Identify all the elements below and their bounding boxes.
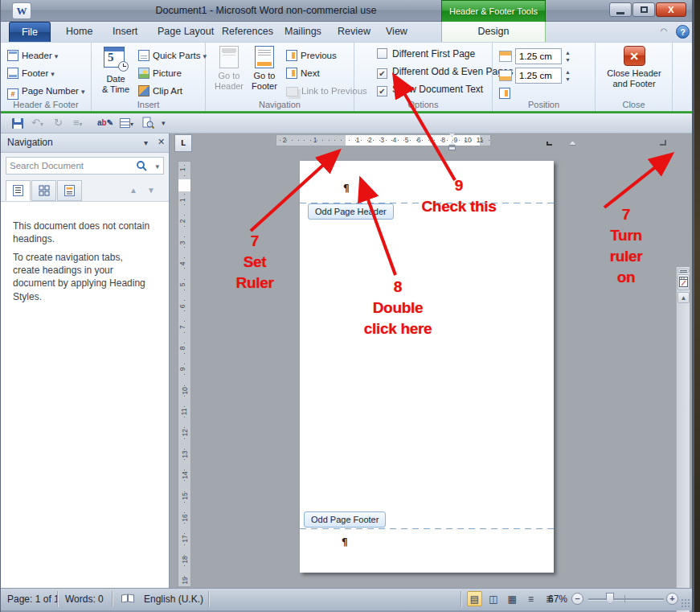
navigation-pane: Navigation ▾ ✕ ▾	[1, 133, 170, 588]
document-page[interactable]: ¶ Odd Page Header Odd Page Footer ¶	[300, 161, 554, 573]
next-button[interactable]: Next	[286, 65, 320, 81]
odd-page-footer-tab[interactable]: Odd Page Footer	[304, 511, 386, 528]
group-label: Close	[596, 100, 672, 109]
next-heading-icon[interactable]: ▼	[147, 186, 155, 195]
spinner-control[interactable]: ▲▼	[563, 49, 573, 64]
margin-corner-mark	[660, 140, 666, 146]
vertical-ruler[interactable]: 1 12345678910111213141516171819	[178, 161, 191, 587]
tab-stop-selector[interactable]: L	[174, 134, 192, 152]
group-options: Different First Page ✔Different Odd & Ev…	[354, 43, 493, 112]
header-from-top-input[interactable]	[515, 48, 562, 64]
tab-home[interactable]: Home	[55, 22, 103, 42]
zoom-slider-thumb[interactable]	[606, 593, 614, 604]
page-count[interactable]: Page: 1 of 1	[7, 594, 59, 605]
resize-grip[interactable]	[681, 598, 690, 608]
checkbox-checked-icon: ✔	[377, 68, 387, 79]
odd-page-header-tab[interactable]: Odd Page Header	[308, 203, 394, 220]
language-status[interactable]: English (U.K.)	[144, 594, 203, 605]
left-indent-marker[interactable]	[448, 146, 456, 150]
close-window-button[interactable]: X	[656, 2, 686, 17]
tab-file[interactable]: File	[9, 22, 51, 42]
tab-insert[interactable]: Insert	[102, 22, 148, 42]
ruler-number: 14	[181, 471, 189, 479]
header-pilcrow: ¶	[343, 183, 350, 193]
go-to-header-button[interactable]: Go toHeader	[212, 46, 246, 92]
search-options-icon[interactable]: ▾	[155, 162, 159, 170]
insert-alignment-tab-button[interactable]	[499, 85, 514, 101]
paragraph-settings-icon[interactable]: ≡▾	[73, 117, 83, 129]
page-number-button[interactable]: #Page Number▾	[7, 83, 85, 99]
picture-button[interactable]: Picture	[138, 65, 182, 81]
tab-mailings[interactable]: Mailings	[274, 22, 332, 42]
footer-from-bottom-input[interactable]	[515, 68, 562, 84]
table-grid-icon	[120, 118, 130, 128]
minimize-ribbon-icon[interactable]: ◠	[658, 27, 669, 37]
tab-design[interactable]: Design	[441, 22, 546, 42]
tab-references[interactable]: References	[211, 22, 284, 42]
help-button[interactable]: ?	[676, 25, 690, 39]
word-count[interactable]: Words: 0	[65, 594, 104, 605]
footer-button[interactable]: Footer▾	[7, 65, 55, 81]
quick-parts-button[interactable]: Quick Parts▾	[138, 47, 207, 64]
date-time-button[interactable]: 5 Date& Time	[98, 46, 133, 95]
zoom-level[interactable]: 67%	[548, 594, 567, 605]
ruler-number: 4	[392, 136, 396, 144]
ruler-number: 1	[178, 199, 186, 203]
zoom-out-button[interactable]: –	[571, 593, 583, 605]
proofing-status-icon[interactable]	[121, 594, 134, 604]
outline-view-button[interactable]: ≡	[523, 591, 538, 606]
ruler-header-area	[178, 179, 190, 191]
window-title: Document1 - Microsoft Word non-commercia…	[97, 5, 435, 16]
tab-browse-headings[interactable]	[6, 180, 31, 201]
spelling-grammar-icon[interactable]: ab✎	[97, 117, 113, 129]
show-document-text-checkbox[interactable]: ✔Show Document Text	[377, 84, 483, 97]
view-shortcuts: ▤ ◫ ▦ ≡ ≣	[467, 591, 558, 606]
search-icon[interactable]	[136, 160, 147, 175]
undo-icon[interactable]: ↶▾	[31, 117, 43, 129]
ruler-number: 2	[368, 136, 372, 144]
tab-review[interactable]: Review	[327, 22, 381, 42]
zoom-in-button[interactable]: +	[666, 593, 678, 605]
different-first-page-checkbox[interactable]: Different First Page	[377, 48, 475, 61]
clip-art-button[interactable]: Clip Art	[138, 83, 182, 99]
checkbox-checked-icon: ✔	[377, 86, 387, 97]
ruler-number: 13	[181, 450, 189, 458]
view-ruler-toggle-button[interactable]	[677, 274, 690, 290]
horizontal-ruler[interactable]: 21 1234567891011	[276, 134, 491, 146]
print-layout-view-button[interactable]: ▤	[467, 591, 482, 606]
screenshot: W Document1 - Microsoft Word non-commerc…	[0, 0, 700, 612]
search-input[interactable]	[10, 158, 130, 173]
redo-icon[interactable]: ↻	[54, 117, 63, 129]
right-indent-marker[interactable]	[569, 141, 576, 146]
scroll-up-icon[interactable]: ▲	[677, 292, 690, 303]
pane-close-icon[interactable]: ✕	[158, 137, 165, 147]
previous-heading-icon[interactable]: ▲	[129, 186, 137, 195]
alignment-tab-icon	[499, 88, 510, 99]
maximize-button[interactable]	[632, 2, 655, 17]
tab-browse-results[interactable]	[57, 180, 82, 201]
close-header-footer-button[interactable]: ✕ Close Headerand Footer	[604, 46, 665, 89]
customize-qat-icon[interactable]: ▾	[162, 117, 166, 129]
go-to-footer-button[interactable]: Go toFooter	[248, 46, 281, 92]
save-icon[interactable]	[12, 118, 23, 129]
zoom-slider-track[interactable]	[588, 598, 664, 600]
split-window-handle[interactable]	[677, 269, 690, 273]
group-close: ✕ Close Headerand Footer Close	[596, 43, 673, 112]
tab-browse-pages[interactable]	[31, 180, 56, 201]
pane-menu-icon[interactable]: ▾	[144, 138, 148, 147]
results-icon	[64, 185, 75, 196]
ribbon: Header▾ Footer▾ #Page Number▾ Header & F…	[1, 42, 692, 111]
center-tab-stop-marker[interactable]	[546, 142, 552, 146]
search-box: ▾	[6, 157, 164, 175]
table-properties-icon[interactable]: ▾	[120, 117, 133, 129]
web-layout-view-button[interactable]: ▦	[505, 591, 520, 606]
spinner-control[interactable]: ▲▼	[563, 68, 573, 83]
full-screen-reading-view-button[interactable]: ◫	[485, 591, 501, 606]
previous-button[interactable]: Previous	[286, 47, 337, 64]
tab-view[interactable]: View	[375, 22, 418, 42]
print-preview-icon[interactable]	[142, 117, 154, 129]
minimize-button[interactable]	[609, 2, 632, 17]
vertical-scrollbar[interactable]: ▲ ▼ ▲▲ ○ ▼▼	[676, 267, 690, 612]
header-button[interactable]: Header▾	[7, 47, 58, 64]
navigation-pane-tabs: ▲ ▼	[1, 179, 169, 201]
